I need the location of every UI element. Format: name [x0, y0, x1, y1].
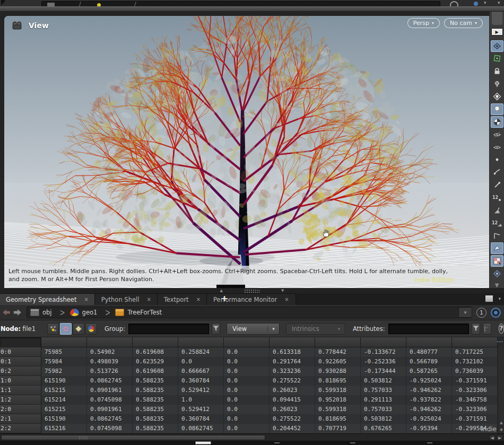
table-row[interactable]: 2:0 615215 0.0901961 0.588235 0.529412 0…	[0, 405, 504, 414]
pane-divider[interactable]: ▲ ▼	[0, 288, 504, 293]
row-label[interactable]: 0:2	[0, 367, 41, 376]
prim-numbers-icon[interactable]: 12	[491, 217, 503, 229]
attributes-filter-icon[interactable]	[472, 323, 480, 335]
row-label[interactable]: 0:0	[0, 347, 41, 357]
column-header[interactable]	[133, 337, 178, 347]
dropdown-caret-icon[interactable]: ▾	[498, 0, 500, 5]
pane-menu-caret-icon[interactable]: ▾	[498, 296, 501, 301]
divider-up-icon[interactable]: ▲	[220, 289, 223, 293]
point-trails-icon[interactable]	[491, 179, 503, 191]
viewport-canvas[interactable]	[4, 16, 489, 288]
column-header[interactable]	[178, 337, 224, 347]
group-input[interactable]	[128, 324, 209, 334]
hscroll-thumb[interactable]	[1, 435, 265, 440]
horizontal-scrollbar[interactable]: ◀ ▶	[0, 433, 504, 441]
row-label[interactable]: 0:1	[0, 357, 41, 367]
divider-grip[interactable]	[244, 289, 260, 293]
maximize-pane-icon[interactable]	[485, 295, 493, 302]
scroll-up-icon[interactable]: ▲	[499, 421, 504, 425]
scroll-right-icon[interactable]: ▶	[497, 435, 503, 440]
scroll-down-icon[interactable]: ▼	[499, 428, 504, 432]
point-numbers-icon[interactable]: 12	[491, 192, 503, 204]
group-filter-icon[interactable]	[212, 323, 220, 335]
help-icon[interactable]: ?	[499, 324, 504, 334]
close-icon[interactable]: ×	[84, 296, 88, 302]
row-label[interactable]: 2:0	[0, 405, 41, 414]
display-textures-icon[interactable]	[491, 255, 503, 267]
row-label[interactable]: 1:1	[0, 386, 41, 395]
close-icon[interactable]: ×	[284, 296, 289, 302]
table-row[interactable]: 0:2 75982 0.513726 0.619608 0.666667 0.0…	[0, 367, 504, 376]
points-display-icon[interactable]	[491, 154, 503, 165]
close-icon[interactable]: ×	[146, 296, 151, 302]
dropdown-caret-icon[interactable]: ▾	[484, 0, 486, 5]
radial-menu-icon[interactable]	[450, 1, 458, 6]
toolbar-more-icon[interactable]: ▼	[495, 282, 499, 288]
close-icon[interactable]: ×	[196, 296, 201, 302]
primitives-mode-icon[interactable]	[73, 323, 84, 335]
row-label[interactable]: 1:2	[0, 395, 41, 405]
vertical-scrollbar[interactable]: ▲ ▼	[498, 347, 504, 433]
table-row[interactable]: 1:1 615215 0.0901961 0.588235 0.529412 0…	[0, 386, 504, 395]
table-row[interactable]: 0:0 75985 0.54902 0.619608 0.258824 0.0 …	[0, 347, 504, 357]
pane-grab-bar[interactable]	[0, 6, 504, 12]
hide-other-objects-icon[interactable]	[491, 129, 503, 141]
scene-view[interactable]: View Persp ▾ No cam ▾ Left mouse tumbles…	[4, 16, 489, 288]
vertices-mode-icon[interactable]	[47, 323, 59, 335]
secure-selection-icon[interactable]	[491, 53, 503, 65]
divider-down-icon[interactable]: ▼	[281, 289, 284, 293]
column-header[interactable]	[315, 337, 361, 347]
pin-icon[interactable]	[483, 323, 491, 335]
breadcrumb-item[interactable]: obj >	[30, 309, 70, 316]
prim-normals-icon[interactable]	[491, 205, 503, 216]
column-header[interactable]	[406, 337, 452, 347]
follow-target-icon[interactable]	[491, 308, 501, 318]
view-mode-icon[interactable]	[491, 40, 503, 52]
display-options-icon[interactable]	[491, 268, 503, 280]
column-header[interactable]	[270, 337, 315, 347]
table-row[interactable]: 2:2 615216 0.0745098 0.588235 0.0862745 …	[0, 424, 504, 433]
intrinsics-dropdown[interactable]: Intrinsics ▾	[286, 323, 345, 335]
normal-lights-icon[interactable]	[491, 103, 503, 115]
column-header[interactable]	[224, 337, 270, 347]
breadcrumb-item[interactable]: geo1 >	[70, 309, 116, 316]
table-row[interactable]: 1:0 615190 0.0862745 0.588235 0.360784 0…	[0, 376, 504, 386]
lock-icon[interactable]	[491, 65, 503, 77]
breadcrumb-item[interactable]: TreeForTest >	[115, 309, 162, 316]
column-header[interactable]	[87, 337, 133, 347]
attributes-input[interactable]	[388, 324, 469, 334]
stow-expand-button[interactable]: ▶	[491, 28, 503, 36]
stowbar-handle[interactable]	[492, 12, 502, 25]
top-path-field[interactable]: / /	[41, 1, 440, 6]
pane-tab[interactable]: Geometry Spreadsheet ×	[0, 293, 95, 305]
shade-open-curves-icon[interactable]	[491, 242, 503, 254]
points-mode-icon[interactable]	[60, 323, 72, 335]
detail-mode-icon[interactable]	[85, 323, 97, 335]
point-normals-icon[interactable]	[491, 167, 503, 178]
forward-arrow-icon[interactable]	[13, 308, 22, 317]
view-dropdown[interactable]: View ▾	[227, 323, 280, 335]
table-row[interactable]: 1:2 615214 0.0745098 0.588235 1.0 0.0 0.…	[0, 395, 504, 405]
row-label[interactable]: 1:0	[0, 376, 41, 386]
hull-display-icon[interactable]	[491, 230, 503, 242]
jump-count-badge[interactable]: 1	[476, 308, 486, 318]
ghost-other-objects-icon[interactable]	[491, 142, 503, 153]
back-arrow-icon[interactable]	[2, 308, 11, 317]
add-tab-button[interactable]: +	[218, 293, 231, 305]
pane-tab[interactable]: Python Shell ×	[94, 293, 158, 305]
headlight-icon[interactable]	[491, 91, 503, 102]
path-dropdown-caret-icon[interactable]: ▾	[458, 307, 472, 318]
camera-menu-button[interactable]: No cam ▾	[444, 18, 483, 28]
column-header[interactable]	[452, 337, 498, 347]
column-header[interactable]	[361, 337, 406, 347]
high-quality-shading-icon[interactable]	[491, 116, 503, 128]
scroll-left-icon[interactable]: ◀	[489, 435, 496, 440]
table-row[interactable]: 0:1 75984 0.498039 0.623529 0.0 0.0 0.29…	[0, 357, 504, 367]
camera-menu-button[interactable]: Persp ▾	[407, 18, 440, 28]
table-row[interactable]: 2:1 615190 0.0862745 0.588235 0.360784 0…	[0, 414, 504, 424]
no-lights-icon[interactable]	[491, 78, 503, 90]
row-label[interactable]: 2:1	[0, 414, 41, 424]
column-header[interactable]	[41, 337, 87, 347]
row-label[interactable]: 2:2	[0, 424, 41, 433]
pane-tab[interactable]: Textport ×	[157, 293, 207, 305]
